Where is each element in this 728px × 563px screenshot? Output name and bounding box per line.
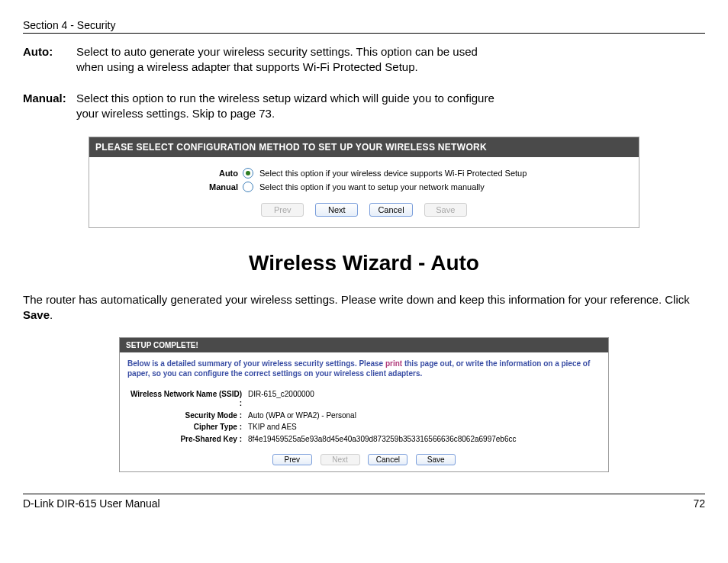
prev-button: Prev [261,203,304,217]
save-button[interactable]: Save [416,454,456,465]
panel-body: Auto Select this option if your wireless… [89,157,639,227]
option-auto-label: Auto [97,169,243,178]
page-title: Wireless Wizard - Auto [23,251,705,275]
field-value: Auto (WPA or WPA2) - Personal [245,411,601,420]
field-value: TKIP and AES [245,423,601,431]
definition-auto: Auto: Select to auto generate your wirel… [23,44,705,76]
cancel-button[interactable]: Cancel [369,203,412,217]
option-manual-desc: Select this option if you want to setup … [253,182,485,191]
def-desc: Select to auto generate your wireless se… [76,44,504,76]
field-label: Pre-Shared Key : [127,435,245,445]
radio-manual[interactable] [243,182,253,192]
next-button: Next [321,454,360,465]
button-row: Prev Next Cancel Save [120,454,608,465]
option-auto-desc: Select this option if your wireless devi… [253,169,527,178]
page-footer: D-Link DIR-615 User Manual 72 [23,494,705,510]
body-text-end: . [50,308,53,321]
panel-title: PLEASE SELECT CONFIGURATION METHOD TO SE… [89,137,639,157]
footer-manual-name: D-Link DIR-615 User Manual [23,497,160,510]
setup-complete-panel: SETUP COMPLETE! Below is a detailed summ… [119,337,609,473]
field-value: 8f4e19459525a5e93a8d45e40a309d873259b353… [245,435,601,443]
definition-manual: Manual: Select this option to run the wi… [23,91,705,122]
radio-auto[interactable] [243,168,253,179]
section-header: Section 4 - Security [23,19,705,34]
field-label: Security Mode : [127,411,245,421]
button-row: Prev Next Cancel Save [97,203,631,217]
field-security-mode: Security Mode : Auto (WPA or WPA2) - Per… [127,411,601,421]
config-method-panel: PLEASE SELECT CONFIGURATION METHOD TO SE… [89,137,639,228]
footer-page-number: 72 [693,497,705,510]
prev-button[interactable]: Prev [272,454,312,465]
option-manual-row: Manual Select this option if you want to… [97,182,631,192]
save-word: Save [23,308,50,321]
fields-block: Wireless Network Name (SSID) : DIR-615_c… [120,385,608,450]
body-text: The router has automatically generated y… [23,293,690,306]
definitions: Auto: Select to auto generate your wirel… [23,44,705,121]
next-button[interactable]: Next [315,203,358,217]
field-preshared-key: Pre-Shared Key : 8f4e19459525a5e93a8d45e… [127,435,601,445]
field-label: Cipher Type : [127,423,245,433]
def-term: Auto: [23,44,76,76]
panel-intro: Below is a detailed summary of your wire… [120,352,608,385]
field-value: DIR-615_c2000000 [245,390,601,398]
intro-text-1: Below is a detailed summary of your wire… [127,359,385,368]
cancel-button[interactable]: Cancel [368,454,407,465]
field-label: Wireless Network Name (SSID) : [127,390,245,409]
print-word: print [385,359,402,368]
def-desc: Select this option to run the wireless s… [76,91,504,122]
option-manual-label: Manual [97,182,243,191]
option-auto-row: Auto Select this option if your wireless… [97,168,631,179]
field-cipher-type: Cipher Type : TKIP and AES [127,423,601,433]
panel-title: SETUP COMPLETE! [120,338,608,352]
body-paragraph: The router has automatically generated y… [23,292,705,323]
save-button: Save [424,203,467,217]
field-ssid: Wireless Network Name (SSID) : DIR-615_c… [127,390,601,409]
def-term: Manual: [23,91,76,122]
